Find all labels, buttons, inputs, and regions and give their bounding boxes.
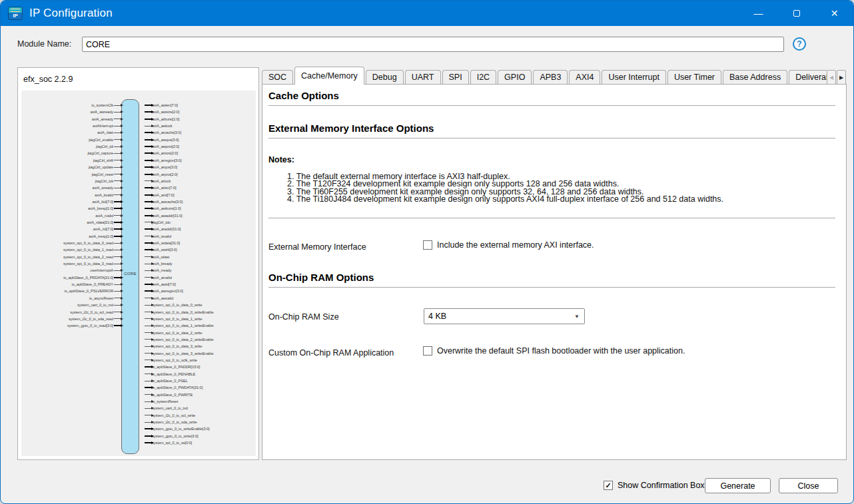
pin-label: axiA_awvalid xyxy=(152,296,173,300)
pin-wire xyxy=(114,291,121,292)
pin-arrow-icon xyxy=(151,118,154,121)
show-confirmation-checkbox[interactable]: ✓ xyxy=(604,481,613,490)
output-pin-io-apbSlave-0-PWDATA-31-0-: io_apbSlave_0_PWDATA[31:0] xyxy=(144,384,203,391)
output-pin-system-spi-0-io-data-0-write: system_spi_0_io_data_0_write xyxy=(144,302,202,308)
pin-label: jtagCtrl_shift xyxy=(93,158,113,162)
pin-label: system_spi_0_io_sclk_write xyxy=(152,358,197,362)
pin-arrow-icon xyxy=(121,304,123,306)
pin-wire xyxy=(145,415,151,415)
tab-uart[interactable]: UART xyxy=(405,70,441,85)
pin-wire xyxy=(114,201,121,202)
tab-axi4[interactable]: AXI4 xyxy=(569,70,600,85)
input-pin-system-gpio-0-io-read-3-0-: system_gpio_0_io_read[3:0] xyxy=(28,322,121,329)
pin-wire xyxy=(145,222,151,222)
onchip-ram-size-label: On-Chip RAM Size xyxy=(268,312,339,322)
output-pin-io-systemReset: io_systemReset xyxy=(144,398,178,405)
input-pin-axiA-bresp-1-0-: axiA_bresp[1:0] xyxy=(28,205,121,212)
pin-wire xyxy=(145,160,151,161)
pin-label: io_apbSlave_0_PWDATA[31:0] xyxy=(152,385,203,389)
pin-arrow-icon xyxy=(121,290,123,292)
cache-memory-tab-panel: Cache Options External Memory Interface … xyxy=(262,84,847,460)
pin-arrow-icon xyxy=(151,379,154,382)
module-name-input[interactable] xyxy=(82,37,784,52)
pin-arrow-icon xyxy=(151,366,154,368)
output-pin-axiA-arlen-7-0-: axiA_arlen[7:0] xyxy=(144,184,176,191)
pin-label: axiA_arcache[3:0] xyxy=(152,130,181,134)
chevron-down-icon: ▼ xyxy=(570,314,584,320)
tab-spi[interactable]: SPI xyxy=(442,70,469,85)
tab-soc[interactable]: SOC xyxy=(262,70,293,85)
pin-wire xyxy=(114,215,121,216)
pin-wire xyxy=(145,208,151,209)
module-name-label: Module Name: xyxy=(17,39,71,49)
pin-arrow-icon xyxy=(121,200,123,203)
pin-wire xyxy=(114,160,121,160)
pin-label: jtagCtrl_enable xyxy=(89,138,113,142)
minimize-button[interactable]: — xyxy=(739,1,777,26)
close-button[interactable]: ✕ xyxy=(815,1,853,26)
help-icon[interactable]: ? xyxy=(793,37,806,51)
pin-label: system_spi_0_io_data_1_write xyxy=(152,317,202,321)
pin-label: system_spi_0_io_data_3_read xyxy=(63,262,113,266)
external-memory-interface-label: External Memory Interface xyxy=(268,242,366,252)
output-pin-axiA-arburst-1-0-: axiA_arburst[1:0] xyxy=(144,116,179,123)
pin-arrow-icon xyxy=(151,427,154,430)
show-confirmation-label: Show Confirmation Box xyxy=(618,481,705,490)
pin-arrow-icon xyxy=(151,441,154,444)
maximize-button[interactable] xyxy=(777,1,815,26)
output-pin-system-spi-0-io-data-2-writeEnable: system_spi_0_io_data_2_writeEnable xyxy=(144,336,214,343)
pin-label: system_i2c_0_io_sda_write xyxy=(152,420,197,424)
pin-arrow-icon xyxy=(121,173,123,176)
pin-arrow-icon xyxy=(151,332,154,334)
tab-apb3[interactable]: APB3 xyxy=(533,70,568,85)
output-pin-system-spi-0-io-data-3-write: system_spi_0_io_data_3_write xyxy=(144,343,202,350)
pin-wire xyxy=(145,387,151,388)
onchip-ram-size-value: 4 KB xyxy=(424,312,570,321)
generate-button[interactable]: Generate xyxy=(705,478,771,493)
tab-gpio[interactable]: GPIO xyxy=(498,70,532,85)
pin-label: system_spi_0_io_data_1_read xyxy=(63,248,113,252)
pin-arrow-icon xyxy=(151,166,154,168)
pin-wire xyxy=(145,249,151,250)
pin-label: axiA_arburst[1:0] xyxy=(152,117,179,121)
pin-wire xyxy=(114,126,121,126)
output-pin-system-spi-0-io-data-1-writeEnable: system_spi_0_io_data_1_writeEnable xyxy=(144,322,214,329)
output-pin-axiA-arvalid: axiA_arvalid xyxy=(144,274,172,281)
output-pin-system-spi-0-io-sclk-write: system_spi_0_io_sclk_write xyxy=(144,357,197,364)
pin-wire xyxy=(114,312,121,312)
tab-user-interrupt[interactable]: User Interrupt xyxy=(602,70,665,85)
tab-scroll-right-button[interactable]: ▶ xyxy=(837,70,846,85)
close-dialog-button[interactable]: Close xyxy=(779,478,838,493)
tab-cache-memory[interactable]: Cache/Memory xyxy=(294,67,364,85)
pin-label: jtagCtrl_reset xyxy=(92,172,113,176)
pin-label: system_spi_0_io_data_0_read xyxy=(63,241,113,245)
external-memory-checkbox[interactable] xyxy=(423,240,432,250)
pin-wire xyxy=(145,111,151,113)
input-pin-system-spi-0-io-data-3-read: system_spi_0_io_data_3_read xyxy=(28,260,121,267)
pin-arrow-icon xyxy=(151,200,154,203)
tab-deliverables[interactable]: Deliverables xyxy=(789,70,827,85)
onchip-ram-size-dropdown[interactable]: 4 KB ▼ xyxy=(424,308,585,324)
pin-label: system_uart_0_io_rxd xyxy=(77,303,113,307)
pin-arrow-icon xyxy=(121,318,123,320)
close-icon: ✕ xyxy=(831,8,839,19)
output-pin-io-apbSlave-0-PWRITE: io_apbSlave_0_PWRITE xyxy=(144,391,193,398)
pin-arrow-icon xyxy=(121,324,123,327)
custom-ram-checkbox[interactable] xyxy=(423,346,432,356)
tab-base-address[interactable]: Base Address xyxy=(723,70,787,85)
tab-scroll-left-button[interactable]: ◀ xyxy=(827,70,836,85)
output-pin-system-gpio-0-io-writeEnable-3-0-: system_gpio_0_io_writeEnable[3:0] xyxy=(144,425,210,432)
tab-user-timer[interactable]: User Timer xyxy=(667,70,721,85)
pin-arrow-icon xyxy=(121,180,123,182)
pin-arrow-icon xyxy=(151,242,154,244)
pin-wire xyxy=(145,312,151,312)
input-pin-axiA-bvalid: axiA_bvalid xyxy=(28,192,121,198)
tab-debug[interactable]: Debug xyxy=(366,70,404,85)
pin-wire xyxy=(145,180,151,181)
help-glyph: ? xyxy=(797,39,801,49)
pin-label: system_spi_0_io_ss[0:0] xyxy=(152,441,192,445)
pin-label: jtagCtrl_tdo xyxy=(152,220,171,224)
tab-i2c[interactable]: I2C xyxy=(470,70,496,85)
input-pin-axiA-rid-7-0-: axiA_rid[7:0] xyxy=(28,226,121,232)
input-pin-io-systemClk: io_systemClk xyxy=(28,102,121,109)
